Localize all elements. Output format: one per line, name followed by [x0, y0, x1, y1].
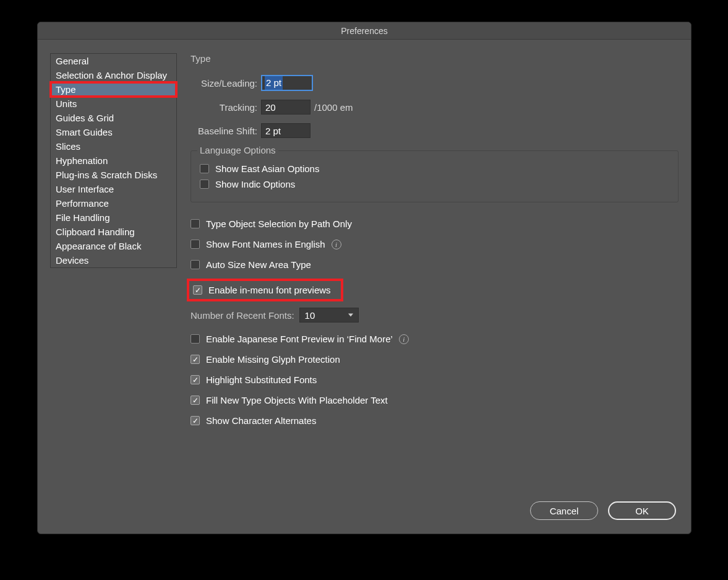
row-jp-preview: Enable Japanese Font Preview in ‘Find Mo…: [191, 334, 679, 344]
row-missing-glyph: Enable Missing Glyph Protection: [191, 354, 679, 365]
sidebar-item-performance[interactable]: Performance: [51, 196, 176, 210]
select-recent-fonts[interactable]: 10: [299, 308, 359, 322]
label-placeholder: Fill New Type Objects With Placeholder T…: [206, 395, 388, 405]
sidebar-item-type[interactable]: Type: [51, 82, 176, 97]
sidebar-item-appearance-black[interactable]: Appearance of Black: [51, 239, 176, 253]
label-type-object-path: Type Object Selection by Path Only: [206, 219, 352, 229]
label-auto-size: Auto Size New Area Type: [206, 259, 311, 270]
window-title: Preferences: [341, 26, 387, 36]
sidebar-item-label: User Interface: [56, 184, 114, 194]
checkbox-char-alt[interactable]: [191, 416, 200, 425]
row-size-leading: Size/Leading: 2 pt: [191, 75, 679, 91]
fieldset-language-options: Language Options Show East Asian Options…: [191, 150, 679, 202]
checkbox-placeholder[interactable]: [191, 396, 200, 405]
label-font-names-english: Show Font Names in English: [206, 239, 325, 249]
row-auto-size: Auto Size New Area Type: [191, 259, 679, 270]
sidebar-item-label: Hyphenation: [56, 155, 108, 166]
sidebar-item-devices[interactable]: Devices: [51, 253, 176, 267]
row-tracking: Tracking: /1000 em: [191, 100, 679, 115]
sidebar-item-label: General: [56, 56, 88, 66]
size-leading-field[interactable]: 2 pt: [261, 75, 313, 91]
select-recent-fonts-value: 10: [305, 310, 315, 321]
size-leading-value: 2 pt: [265, 76, 283, 90]
label-recent-fonts: Number of Recent Fonts:: [191, 310, 294, 321]
checkbox-type-object-path[interactable]: [191, 219, 200, 228]
label-east-asian: Show East Asian Options: [215, 163, 319, 174]
row-indic: Show Indic Options: [200, 179, 669, 189]
row-type-object-path: Type Object Selection by Path Only: [191, 219, 679, 229]
sidebar-item-label: Performance: [56, 198, 109, 209]
row-highlight-sub: Highlight Substituted Fonts: [191, 374, 679, 385]
main-panel: Type Size/Leading: 2 pt Tracking: /1000 …: [191, 53, 679, 495]
row-char-alt: Show Character Alternates: [191, 415, 679, 426]
footer: Cancel OK: [38, 501, 691, 534]
label-char-alt: Show Character Alternates: [206, 415, 316, 426]
info-icon[interactable]: i: [332, 240, 341, 249]
highlight-in-menu-preview: Enable in-menu font previews: [187, 279, 343, 301]
tracking-unit: /1000 em: [314, 102, 353, 113]
sidebar-item-user-interface[interactable]: User Interface: [51, 182, 176, 196]
label-baseline-shift: Baseline Shift:: [191, 126, 257, 136]
sidebar-item-general[interactable]: General: [51, 54, 176, 68]
checkbox-highlight-sub[interactable]: [191, 375, 200, 384]
sidebar-item-label: Units: [56, 98, 77, 109]
sidebar: General Selection & Anchor Display Type …: [50, 53, 177, 268]
checkbox-in-menu-preview[interactable]: [193, 285, 202, 295]
baseline-shift-field[interactable]: [261, 123, 310, 138]
sidebar-item-label: Clipboard Handling: [56, 227, 135, 237]
label-tracking: Tracking:: [191, 102, 257, 113]
sidebar-item-label: File Handling: [56, 212, 110, 223]
checkbox-east-asian[interactable]: [200, 164, 209, 173]
row-font-names-english: Show Font Names in English i: [191, 239, 679, 249]
sidebar-item-label: Guides & Grid: [56, 113, 114, 123]
label-indic: Show Indic Options: [215, 179, 295, 189]
label-size-leading: Size/Leading:: [191, 78, 257, 89]
row-placeholder: Fill New Type Objects With Placeholder T…: [191, 395, 679, 405]
checkbox-font-names-english[interactable]: [191, 240, 200, 249]
sidebar-item-clipboard-handling[interactable]: Clipboard Handling: [51, 225, 176, 239]
sidebar-item-slices[interactable]: Slices: [51, 139, 176, 154]
sidebar-item-label: Appearance of Black: [56, 241, 141, 251]
sidebar-item-label: Devices: [56, 255, 88, 266]
label-jp-preview: Enable Japanese Font Preview in ‘Find Mo…: [206, 334, 393, 344]
label-in-menu-preview: Enable in-menu font previews: [208, 285, 331, 295]
sidebar-item-label: Smart Guides: [56, 127, 113, 137]
row-baseline-shift: Baseline Shift:: [191, 123, 679, 138]
info-icon[interactable]: i: [399, 334, 409, 344]
sidebar-item-smart-guides[interactable]: Smart Guides: [51, 125, 176, 139]
checkbox-auto-size[interactable]: [191, 260, 200, 269]
sidebar-item-label: Type: [56, 84, 76, 95]
sidebar-item-guides-grid[interactable]: Guides & Grid: [51, 111, 176, 125]
content-area: General Selection & Anchor Display Type …: [38, 40, 691, 501]
sidebar-item-units[interactable]: Units: [51, 97, 176, 111]
sidebar-item-label: Slices: [56, 141, 80, 152]
sidebar-item-hyphenation[interactable]: Hyphenation: [51, 154, 176, 168]
titlebar: Preferences: [38, 22, 691, 40]
checkbox-indic[interactable]: [200, 180, 209, 189]
sidebar-item-selection-anchor[interactable]: Selection & Anchor Display: [51, 68, 176, 82]
sidebar-item-label: Plug-ins & Scratch Disks: [56, 170, 157, 180]
label-highlight-sub: Highlight Substituted Fonts: [206, 374, 317, 385]
ok-button[interactable]: OK: [608, 501, 676, 520]
row-recent-fonts: Number of Recent Fonts: 10: [191, 308, 679, 322]
checkbox-missing-glyph[interactable]: [191, 355, 200, 364]
cancel-button-label: Cancel: [550, 506, 579, 516]
preferences-window: Preferences General Selection & Anchor D…: [37, 22, 692, 534]
checkbox-jp-preview[interactable]: [191, 334, 200, 344]
sidebar-item-file-handling[interactable]: File Handling: [51, 210, 176, 225]
panel-heading: Type: [191, 53, 679, 64]
label-missing-glyph: Enable Missing Glyph Protection: [206, 354, 340, 365]
legend-language-options: Language Options: [197, 145, 278, 155]
tracking-field[interactable]: [261, 100, 310, 115]
sidebar-item-label: Selection & Anchor Display: [56, 70, 167, 80]
row-east-asian: Show East Asian Options: [200, 163, 669, 174]
cancel-button[interactable]: Cancel: [530, 501, 598, 520]
sidebar-item-plugins-scratch[interactable]: Plug-ins & Scratch Disks: [51, 168, 176, 182]
ok-button-label: OK: [635, 506, 649, 516]
